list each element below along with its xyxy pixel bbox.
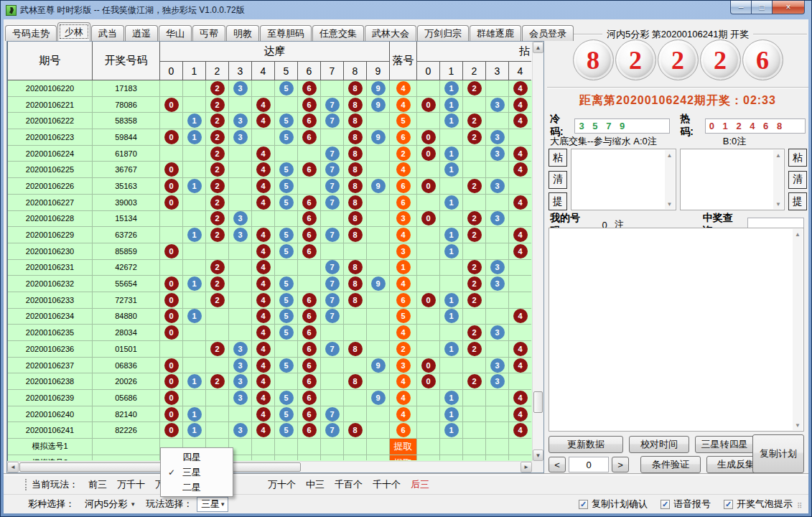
tab-少林[interactable]: 少林: [57, 22, 90, 41]
scroll-down-icon[interactable]: ▼: [665, 199, 675, 209]
play-item-万十个[interactable]: 万十个: [268, 478, 296, 491]
list-b-textarea[interactable]: ▲ ▼: [680, 149, 785, 210]
scroll-down-icon[interactable]: ▼: [773, 199, 783, 209]
damo-cell: [367, 422, 390, 439]
tab-逍遥[interactable]: 逍遥: [125, 25, 158, 41]
nian-cell: 4: [509, 309, 531, 325]
lottery-selector[interactable]: 河内5分彩 ▼: [85, 498, 136, 511]
checkbox-icon[interactable]: ✓: [579, 500, 588, 509]
extract-button[interactable]: 提: [788, 192, 807, 210]
damo-cell: [367, 211, 390, 228]
toolbar-grip[interactable]: [25, 479, 27, 490]
play-item-千十个[interactable]: 千十个: [373, 478, 401, 491]
index-input[interactable]: 0: [569, 457, 609, 472]
check-time-button[interactable]: 校对时间: [629, 436, 689, 453]
tab-任意交集[interactable]: 任意交集: [312, 25, 364, 41]
number-cell: 15134: [93, 211, 160, 228]
scroll-down-icon[interactable]: ▼: [793, 420, 803, 430]
tab-武林大会[interactable]: 武林大会: [365, 25, 416, 41]
checkbox-语音报号[interactable]: ✓语音报号: [661, 498, 711, 511]
digit-circle: 1: [187, 276, 202, 291]
current-play-label: 当前玩法：: [32, 478, 78, 491]
list-a-scrollbar[interactable]: ▲ ▼: [665, 150, 675, 209]
play-mode-combobox[interactable]: 三星 ▼: [197, 497, 228, 512]
extract-button[interactable]: 提取: [390, 455, 416, 460]
horizontal-scrollbar[interactable]: ◄ ►: [7, 461, 532, 472]
paste-button[interactable]: 粘: [549, 149, 567, 167]
hot-input[interactable]: 0 1 2 4 6 8: [705, 118, 806, 134]
damo-cell: [160, 211, 183, 228]
scroll-down-icon[interactable]: ▼: [533, 450, 543, 461]
checkbox-icon[interactable]: ✓: [724, 500, 733, 509]
convert-3to4-button[interactable]: 三星转四星: [695, 436, 754, 453]
digit-circle: 4: [256, 293, 271, 307]
tab-万剑归宗[interactable]: 万剑归宗: [417, 25, 469, 41]
vertical-scrollbar[interactable]: ▲ ▼: [532, 42, 543, 461]
tab-丐帮[interactable]: 丐帮: [192, 25, 225, 41]
number-cell: 63726: [93, 227, 160, 243]
damo-cell: [206, 358, 229, 374]
tab-武当[interactable]: 武当: [91, 25, 124, 41]
listbox-scrollbar[interactable]: ▲ ▼: [793, 229, 803, 430]
extract-button[interactable]: 提: [549, 192, 567, 210]
damo-cell: 4: [252, 227, 275, 243]
period-cell: 20200106226: [8, 178, 93, 195]
menu-item-三星[interactable]: ✓三星: [161, 465, 233, 480]
damo-cell: 5: [275, 195, 298, 211]
clear-button[interactable]: 清: [788, 171, 807, 189]
checkbox-icon[interactable]: ✓: [661, 500, 670, 509]
damo-cell: 4: [252, 243, 275, 260]
cold-input[interactable]: 3 5 7 9: [574, 118, 670, 134]
damo-cell: 9: [367, 276, 390, 292]
tab-明教[interactable]: 明教: [226, 25, 259, 41]
damo-cell: 2: [206, 97, 229, 113]
next-button[interactable]: >: [612, 457, 629, 472]
tab-群雄逐鹿[interactable]: 群雄逐鹿: [470, 25, 521, 41]
list-b-scrollbar[interactable]: ▲ ▼: [773, 150, 783, 209]
nian-cell: [440, 325, 463, 341]
menu-item-四星[interactable]: 四星: [161, 450, 233, 465]
prev-button[interactable]: <: [549, 457, 566, 472]
scroll-up-icon[interactable]: ▲: [773, 150, 783, 160]
digit-circle: 0: [164, 195, 179, 210]
tab-至尊胆码[interactable]: 至尊胆码: [260, 25, 312, 41]
checkbox-复制计划确认[interactable]: ✓复制计划确认: [579, 498, 648, 511]
close-button[interactable]: ×: [772, 1, 805, 14]
scroll-up-icon[interactable]: ▲: [665, 150, 675, 160]
tab-号码走势[interactable]: 号码走势: [5, 25, 57, 41]
damo-cell: 4: [252, 146, 275, 162]
digit-circle: 3: [233, 228, 248, 242]
tab-华山[interactable]: 华山: [159, 25, 192, 41]
play-item-中三[interactable]: 中三: [306, 478, 325, 491]
scroll-up-icon[interactable]: ▲: [793, 229, 803, 239]
paste-button[interactable]: 粘: [788, 149, 807, 167]
scroll-left-icon[interactable]: ◄: [7, 462, 19, 472]
title-bar: 武林至尊 时时彩版 -- 任我笑傲江湖，独步彩坛 V1.0.0.72版: [1, 1, 811, 19]
resize-grip-icon[interactable]: ⠿: [797, 503, 806, 511]
clear-button[interactable]: 清: [549, 171, 567, 189]
digit-circle: 2: [467, 211, 482, 225]
maximize-button[interactable]: □: [752, 1, 772, 14]
luohao-circle: 2: [396, 146, 411, 161]
menu-item-二星[interactable]: 二星: [161, 480, 233, 495]
extract-button[interactable]: 提取: [390, 439, 416, 455]
play-item-万千十[interactable]: 万千十: [117, 478, 145, 491]
condition-verify-button[interactable]: 条件验证: [640, 456, 701, 473]
play-item-千百个[interactable]: 千百个: [335, 478, 363, 491]
copy-plan-button[interactable]: 复制计划: [752, 434, 804, 473]
number-cell: 58358: [93, 113, 160, 129]
play-item-前三[interactable]: 前三: [88, 478, 107, 491]
tab-会员登录[interactable]: 会员登录: [522, 25, 574, 41]
period-cell: 20200106238: [8, 373, 93, 390]
my-numbers-listbox[interactable]: ▲ ▼: [549, 228, 804, 432]
digit-circle: 6: [302, 374, 317, 388]
play-item-后三[interactable]: 后三: [411, 478, 429, 491]
scroll-right-icon[interactable]: ►: [521, 462, 532, 472]
digit-circle: 7: [325, 276, 340, 291]
vertical-scroll-thumb[interactable]: [533, 391, 543, 413]
update-data-button[interactable]: 更新数据: [549, 436, 623, 453]
checkbox-开奖气泡提示[interactable]: ✓开奖气泡提示: [724, 498, 793, 511]
scroll-up-icon[interactable]: ▲: [533, 42, 543, 53]
list-a-textarea[interactable]: ▲ ▼: [571, 149, 676, 210]
minimize-button[interactable]: –: [730, 1, 752, 14]
